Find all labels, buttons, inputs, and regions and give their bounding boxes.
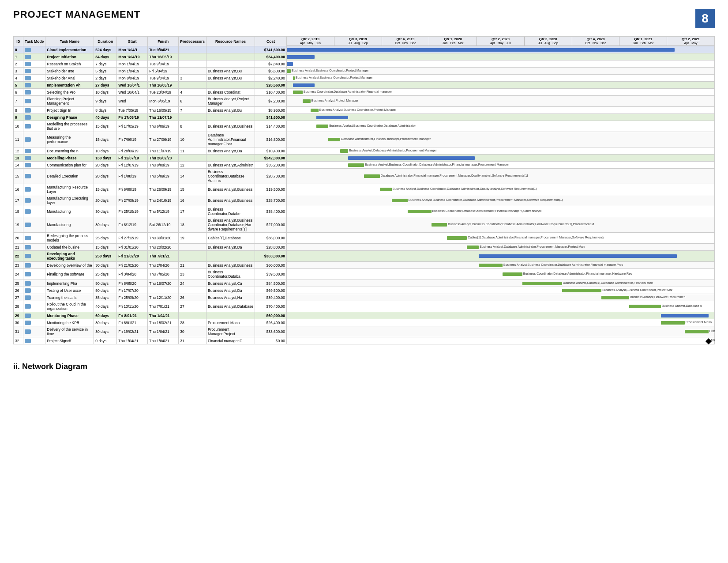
cell-id: 3 — [14, 68, 23, 75]
col-id: ID — [14, 37, 23, 46]
cell-start: Thu 1/04/21 — [117, 337, 148, 344]
cell-id: 22 — [14, 251, 23, 262]
cell-cost: $70,400.00 — [255, 301, 287, 312]
cell-taskname: Designing Phase — [45, 114, 94, 121]
col-duration: Duration — [94, 37, 117, 46]
cell-resources — [206, 82, 255, 89]
cell-finish: Thu 30/01/20 — [148, 233, 179, 244]
cell-pred: 6 — [179, 96, 206, 107]
cell-duration: 34 days — [94, 53, 117, 60]
cell-duration: 30 days — [94, 217, 117, 233]
cell-cost: $0.00 — [255, 337, 287, 344]
cell-pred: 31 — [179, 337, 206, 344]
cell-finish: Thu 26/09/19 — [148, 184, 179, 195]
cell-finish: Tue 23/04/19 — [148, 89, 179, 96]
col-taskname: Task Name — [45, 37, 94, 46]
cell-mode — [23, 319, 45, 326]
cell-finish: Thu 20/02/20 — [148, 244, 179, 251]
cell-taskname: Selecting the Pro — [45, 89, 94, 96]
cell-pred — [179, 287, 206, 294]
cell-mode — [23, 132, 45, 147]
cell-mode — [23, 244, 45, 251]
cell-pred — [179, 60, 206, 68]
cell-finish: Mon 6/05/19 — [148, 96, 179, 107]
cell-duration: 60 days — [94, 312, 117, 319]
cell-cost: $27,000.00 — [255, 217, 287, 233]
cell-id: 21 — [14, 244, 23, 251]
cell-resources: Business Analyst,Project Manager — [206, 96, 255, 107]
cell-cost: $5,600.00 — [255, 68, 287, 75]
cell-start: Fri 21/02/20 — [117, 262, 148, 269]
cell-pred: 7 — [179, 107, 206, 114]
cell-start: Fri 12/07/19 — [117, 162, 148, 169]
cell-resources: Business Analyst,Da — [206, 287, 255, 294]
cell-id: 32 — [14, 337, 23, 344]
cell-finish: Thu 1/04/21 — [148, 326, 179, 337]
cell-mode — [23, 217, 45, 233]
cell-finish: Thu 16/05/19 — [148, 53, 179, 60]
cell-cost: $2,240.00 — [255, 75, 287, 82]
cell-cost: $34,400.00 — [255, 53, 287, 60]
cell-taskname: Manufacturing — [45, 217, 94, 233]
cell-finish: Thu 11/07/19 — [148, 114, 179, 121]
cell-resources — [206, 60, 255, 68]
cell-finish: Tue 9/04/21 — [148, 46, 179, 53]
cell-finish: Thu 5/09/19 — [148, 169, 179, 184]
cell-id: 31 — [14, 326, 23, 337]
cell-finish — [148, 287, 179, 294]
cell-resources: Business Analyst,Ha — [206, 294, 255, 301]
cell-duration: 40 days — [94, 301, 117, 312]
cell-mode — [23, 251, 45, 262]
cell-taskname: Research on Stakeh — [45, 60, 94, 68]
col-mode: Task Mode — [23, 37, 45, 46]
cell-resources — [206, 46, 255, 53]
cell-start: Fri 8/01/21 — [117, 312, 148, 319]
cell-start: Fri 27/12/19 — [117, 233, 148, 244]
cell-duration: 8 days — [94, 107, 117, 114]
cell-pred — [179, 46, 206, 53]
gantt-table: ID Task Mode Task Name Duration Start Fi… — [13, 36, 715, 344]
cell-taskname: Updated the busine — [45, 244, 94, 251]
cell-mode — [23, 75, 45, 82]
cell-id: 18 — [14, 206, 23, 217]
cell-taskname: Planning Project Management — [45, 96, 94, 107]
cell-start: Wed — [117, 96, 148, 107]
cell-taskname: Manufacturing — [45, 206, 94, 217]
cell-finish: Thu 7/05/20 — [148, 269, 179, 280]
cell-duration: 15 days — [94, 244, 117, 251]
cell-resources: Business Analyst,Business — [206, 262, 255, 269]
col-cost: Cost — [255, 37, 287, 46]
cell-start: Fri 6/09/19 — [117, 184, 148, 195]
cell-id: 27 — [14, 294, 23, 301]
cell-taskname: Rollout the Cloud in the organization — [45, 301, 94, 312]
cell-pred: 23 — [179, 269, 206, 280]
cell-start: Fri 8/05/20 — [117, 280, 148, 287]
cell-pred — [179, 155, 206, 162]
cell-cost: $41,600.00 — [255, 114, 287, 121]
cell-resources: Business Analyst,Business Coordinator,Da… — [206, 217, 255, 233]
cell-resources: Business Coordinator,Database Adminis — [206, 169, 255, 184]
cell-resources: Business Analyst,Bu — [206, 68, 255, 75]
cell-cost: $28,700.00 — [255, 195, 287, 206]
cell-mode — [23, 326, 45, 337]
cell-finish: Thu 6/06/19 — [148, 121, 179, 132]
cell-duration: 2 days — [94, 75, 117, 82]
cell-pred: 8 — [179, 121, 206, 132]
cell-id: 17 — [14, 195, 23, 206]
cell-pred: 16 — [179, 195, 206, 206]
cell-resources: Business Analyst,Da — [206, 147, 255, 155]
cell-pred: 27 — [179, 301, 206, 312]
cell-finish: Sat 26/12/19 — [148, 217, 179, 233]
cell-cost: $7,840.00 — [255, 60, 287, 68]
cell-finish: Thu 27/06/19 — [148, 132, 179, 147]
cell-finish: Thu 1/04/21 — [148, 312, 179, 319]
cell-start: Fri 1/08/19 — [117, 169, 148, 184]
cell-duration: 20 days — [94, 169, 117, 184]
cell-finish: Thu 16/07/20 — [148, 280, 179, 287]
cell-duration: 5 days — [94, 68, 117, 75]
cell-mode — [23, 147, 45, 155]
cell-start: Fri 17/05/19 — [117, 121, 148, 132]
cell-id: 30 — [14, 319, 23, 326]
cell-finish: Thu 7/01/21 — [148, 251, 179, 262]
cell-pred — [179, 68, 206, 75]
